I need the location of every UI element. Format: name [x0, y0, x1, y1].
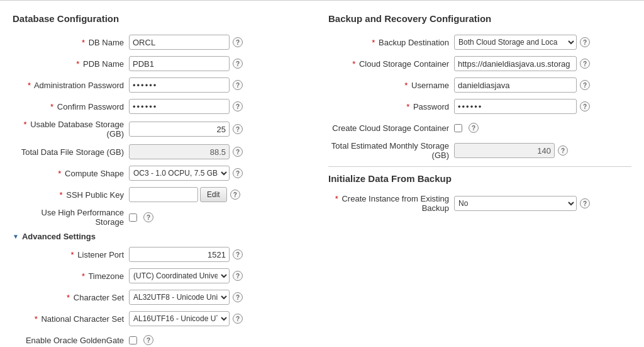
username-row: * Username ?	[328, 77, 631, 93]
db-config-title: Database Configuration	[13, 13, 316, 26]
compute-shape-help-icon[interactable]: ?	[233, 168, 243, 178]
backup-destination-select[interactable]: Both Cloud Storage and Loca	[454, 35, 577, 50]
required-star: *	[58, 169, 61, 178]
oracle-gg-row: Enable Oracle GoldenGate ?	[13, 332, 316, 347]
backup-destination-row: * Backup Destination Both Cloud Storage …	[328, 34, 631, 50]
timezone-row: * Timezone (UTC) Coordinated Universal T…	[13, 268, 316, 284]
ssh-key-label: * SSH Public Key	[13, 190, 129, 200]
oracle-gg-help-icon[interactable]: ?	[143, 335, 153, 345]
admin-password-input[interactable]	[129, 77, 230, 93]
total-monthly-input	[454, 143, 555, 158]
db-name-input[interactable]	[129, 35, 230, 50]
national-char-label: * National Character Set	[13, 314, 129, 324]
confirm-password-row: * Confirm Password ?	[13, 98, 316, 115]
confirm-password-label: * Confirm Password	[13, 102, 129, 111]
confirm-password-help-icon[interactable]: ?	[233, 101, 243, 111]
cloud-storage-input[interactable]	[454, 56, 577, 71]
character-set-help-icon[interactable]: ?	[233, 292, 243, 302]
national-char-help-icon[interactable]: ?	[233, 314, 243, 324]
create-instance-help-icon[interactable]: ?	[580, 198, 590, 208]
required-star: *	[28, 81, 31, 90]
create-container-label: Create Cloud Storage Container	[328, 123, 454, 133]
pdb-name-help-icon[interactable]: ?	[233, 59, 243, 69]
password-input[interactable]	[454, 99, 577, 114]
create-instance-label: * Create Instance from Existing Backup	[328, 194, 454, 213]
db-name-label: * DB Name	[13, 38, 129, 47]
create-container-checkbox-container: ?	[454, 123, 479, 133]
backup-destination-label: * Backup Destination	[328, 38, 454, 47]
admin-password-label: * Administration Password	[13, 81, 129, 90]
required-star: *	[82, 38, 85, 47]
required-star: *	[71, 250, 74, 259]
create-container-checkbox[interactable]	[454, 124, 462, 132]
usable-storage-row: * Usable Database Storage (GB) ?	[13, 120, 316, 139]
username-help-icon[interactable]: ?	[580, 80, 590, 90]
high-perf-label: Use High Performance Storage	[13, 208, 129, 227]
advanced-settings-header[interactable]: ▼ Advanced Settings	[13, 232, 316, 241]
triangle-icon: ▼	[13, 233, 19, 240]
edit-button[interactable]: Edit	[200, 187, 227, 202]
timezone-label: * Timezone	[13, 271, 129, 281]
database-config-section: Database Configuration * DB Name ? * PDB…	[13, 13, 316, 347]
usable-storage-help-icon[interactable]: ?	[233, 124, 243, 134]
oracle-gg-label: Enable Oracle GoldenGate	[13, 336, 129, 345]
total-data-row: Total Data File Storage (GB) ?	[13, 144, 316, 160]
national-char-select[interactable]: AL16UTF16 - Unicode UTF-16 Ui	[129, 311, 230, 326]
pdb-name-input[interactable]	[129, 56, 230, 71]
required-star: *	[406, 102, 409, 111]
high-perf-checkbox-container: ?	[129, 212, 153, 222]
oracle-gg-checkbox-container: ?	[129, 335, 153, 345]
required-star: *	[352, 59, 355, 69]
listener-port-help-icon[interactable]: ?	[233, 249, 243, 259]
national-char-row: * National Character Set AL16UTF16 - Uni…	[13, 310, 316, 327]
total-monthly-label: Total Estimated Monthly Storage (GB)	[328, 141, 454, 160]
usable-storage-label: * Usable Database Storage (GB)	[13, 120, 129, 139]
db-name-help-icon[interactable]: ?	[233, 37, 243, 47]
total-data-help-icon[interactable]: ?	[233, 147, 243, 157]
create-container-help-icon[interactable]: ?	[469, 123, 479, 133]
compute-shape-label: * Compute Shape	[13, 169, 129, 178]
username-label: * Username	[328, 81, 454, 90]
compute-shape-select[interactable]: OC3 - 1.0 OCPU, 7.5 GB RAM	[129, 166, 230, 181]
backup-config-section: Backup and Recovery Configuration * Back…	[328, 13, 631, 347]
username-input[interactable]	[454, 77, 577, 93]
confirm-password-input[interactable]	[129, 99, 230, 114]
required-star: *	[404, 81, 408, 90]
password-label: * Password	[328, 102, 454, 111]
timezone-help-icon[interactable]: ?	[233, 271, 243, 281]
cloud-storage-row: * Cloud Storage Container ?	[328, 55, 631, 72]
usable-storage-input[interactable]	[129, 122, 230, 137]
admin-password-row: * Administration Password ?	[13, 77, 316, 93]
cloud-storage-help-icon[interactable]: ?	[580, 59, 590, 69]
character-set-label: * Character Set	[13, 293, 129, 302]
timezone-select[interactable]: (UTC) Coordinated Universal Tim	[129, 268, 230, 283]
character-set-select[interactable]: AL32UTF8 - Unicode Universal c	[129, 290, 230, 305]
password-help-icon[interactable]: ?	[580, 101, 590, 111]
ssh-key-row: * SSH Public Key Edit ?	[13, 186, 316, 203]
required-star: *	[372, 38, 375, 47]
required-star: *	[23, 120, 26, 129]
admin-password-help-icon[interactable]: ?	[233, 80, 243, 90]
total-monthly-help-icon[interactable]: ?	[558, 145, 568, 156]
listener-port-label: * Listener Port	[13, 250, 129, 259]
oracle-gg-checkbox[interactable]	[129, 336, 137, 344]
required-star: *	[76, 59, 79, 69]
high-perf-help-icon[interactable]: ?	[143, 212, 153, 222]
compute-shape-row: * Compute Shape OC3 - 1.0 OCPU, 7.5 GB R…	[13, 165, 316, 181]
password-row: * Password ?	[328, 98, 631, 115]
total-monthly-row: Total Estimated Monthly Storage (GB) ?	[328, 141, 631, 160]
required-star: *	[82, 271, 85, 281]
listener-port-input[interactable]	[129, 247, 230, 262]
ssh-key-help-icon[interactable]: ?	[230, 190, 240, 200]
high-perf-checkbox[interactable]	[129, 213, 137, 222]
ssh-key-input[interactable]	[129, 187, 198, 202]
high-perf-row: Use High Performance Storage ?	[13, 208, 316, 227]
total-data-input	[129, 144, 230, 159]
pdb-name-label: * PDB Name	[13, 59, 129, 69]
backup-config-title: Backup and Recovery Configuration	[328, 13, 631, 26]
listener-port-row: * Listener Port ?	[13, 246, 316, 263]
backup-destination-help-icon[interactable]: ?	[580, 37, 590, 47]
required-star: *	[60, 190, 63, 200]
create-container-row: Create Cloud Storage Container ?	[328, 120, 631, 136]
create-instance-select[interactable]: No	[454, 196, 577, 211]
